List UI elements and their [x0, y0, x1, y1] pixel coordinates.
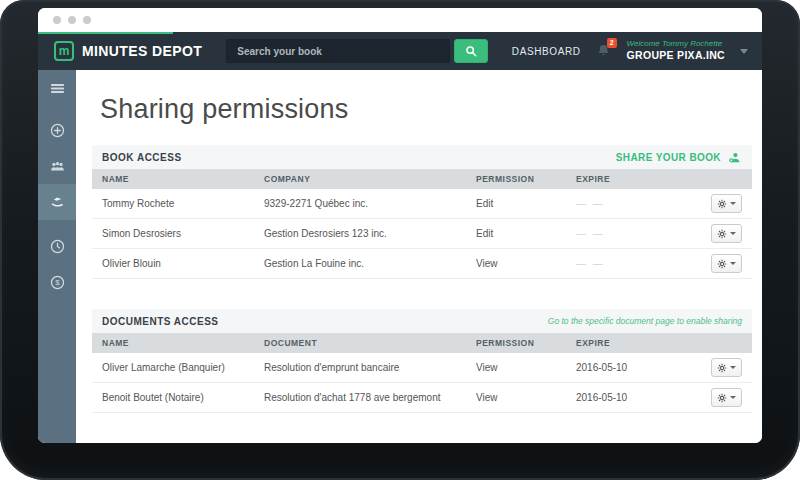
row-settings-button[interactable] [711, 224, 742, 243]
cell-name: Simon Desrosiers [102, 228, 264, 239]
column-header: EXPIRE [576, 174, 696, 184]
cell-expire: — — [576, 228, 696, 239]
column-header: DOCUMENT [264, 338, 476, 348]
documents-access-bar: DOCUMENTS ACCESS Go to the specific docu… [92, 309, 752, 333]
cell-expire: 2016-05-10 [576, 392, 696, 403]
app-window: m MINUTES DEPOT DASHBOARD [38, 8, 762, 443]
notification-badge: 2 [607, 38, 617, 48]
book-access-heading: BOOK ACCESS [102, 152, 182, 163]
row-settings-button[interactable] [711, 388, 742, 407]
search-icon [464, 44, 478, 58]
cell-permission: Edit [476, 228, 576, 239]
gear-icon [717, 259, 727, 269]
book-access-bar: BOOK ACCESS SHARE YOUR BOOK [92, 145, 752, 169]
row-settings-button[interactable] [711, 254, 742, 273]
caret-down-icon [730, 202, 736, 205]
gear-icon [717, 393, 727, 403]
window-dot [83, 16, 91, 24]
notifications-button[interactable]: 2 [596, 43, 612, 59]
svg-text:$: $ [55, 278, 60, 287]
column-header: NAME [102, 174, 264, 184]
search-bar [226, 39, 488, 63]
table-row: Tommy Rochete 9329-2271 Québec inc. Edit… [92, 189, 752, 219]
row-settings-button[interactable] [711, 194, 742, 213]
welcome-text: Welcome Tommy Rochette [627, 39, 725, 49]
dollar-circle-icon: $ [49, 274, 66, 291]
gear-icon [717, 229, 727, 239]
window-dot [68, 16, 76, 24]
cell-expire: 2016-05-10 [576, 362, 696, 373]
column-header: PERMISSION [476, 174, 576, 184]
hand-share-icon [49, 194, 66, 211]
dashboard-link[interactable]: DASHBOARD [512, 46, 581, 57]
sidebar-item-menu[interactable] [38, 70, 76, 106]
cell-document: Resolution d'emprunt bancaire [264, 362, 476, 373]
table-row: Olivier Blouin Gestion La Fouine inc. Vi… [92, 249, 752, 279]
cell-permission: Edit [476, 198, 576, 209]
cell-company: Gestion La Fouine inc. [264, 258, 476, 269]
cell-name: Olivier Blouin [102, 258, 264, 269]
cell-permission: View [476, 392, 576, 403]
share-your-book-button[interactable]: SHARE YOUR BOOK [616, 150, 742, 165]
sidebar-item-history[interactable] [38, 228, 76, 264]
cell-expire: — — [576, 258, 696, 269]
window-dot [53, 16, 61, 24]
caret-down-icon [730, 262, 736, 265]
progress-bar [38, 32, 173, 34]
gear-icon [717, 363, 727, 373]
cell-name: Oliver Lamarche (Banquier) [102, 362, 264, 373]
cell-permission: View [476, 258, 576, 269]
caret-down-icon [730, 396, 736, 399]
table-row: Simon Desrosiers Gestion Desrosiers 123 … [92, 219, 752, 249]
sidebar-item-billing[interactable]: $ [38, 264, 76, 300]
document-page-link[interactable]: Go to the specific document page to enab… [548, 316, 742, 326]
column-header: PERMISSION [476, 338, 576, 348]
row-settings-button[interactable] [711, 358, 742, 377]
page-title: Sharing permissions [100, 94, 752, 125]
cell-document: Resolution d'achat 1778 ave bergemont [264, 392, 476, 403]
table-row: Oliver Lamarche (Banquier) Resolution d'… [92, 353, 752, 383]
documents-access-heading: DOCUMENTS ACCESS [102, 316, 219, 327]
cell-name: Tommy Rochete [102, 198, 264, 209]
search-button[interactable] [454, 39, 488, 63]
people-icon [49, 158, 66, 175]
app-header: m MINUTES DEPOT DASHBOARD [38, 32, 762, 70]
chevron-down-icon[interactable] [740, 49, 748, 54]
sidebar-item-add[interactable] [38, 112, 76, 148]
table-row: Benoit Boutet (Notaire) Resolution d'ach… [92, 383, 752, 413]
logo-text: MINUTES DEPOT [82, 43, 202, 59]
share-your-book-label: SHARE YOUR BOOK [616, 152, 721, 163]
window-titlebar [38, 8, 762, 32]
search-input[interactable] [226, 39, 450, 63]
book-access-section: BOOK ACCESS SHARE YOUR BOOK [92, 145, 752, 279]
caret-down-icon [730, 232, 736, 235]
caret-down-icon [730, 366, 736, 369]
person-add-icon [727, 150, 742, 165]
app-logo[interactable]: m MINUTES DEPOT [54, 41, 202, 61]
column-header: COMPANY [264, 174, 476, 184]
cell-name: Benoit Boutet (Notaire) [102, 392, 264, 403]
column-header: NAME [102, 338, 264, 348]
cell-company: Gestion Desrosiers 123 inc. [264, 228, 476, 239]
logo-icon: m [54, 41, 74, 61]
cell-permission: View [476, 362, 576, 373]
header-right: DASHBOARD 2 Welcome Tommy Rochette GROUP… [512, 39, 748, 62]
sidebar-item-sharing[interactable] [38, 184, 76, 220]
main-content: Sharing permissions BOOK ACCESS SHARE YO… [76, 70, 762, 443]
documents-table-header: NAME DOCUMENT PERMISSION EXPIRE [92, 333, 752, 353]
cell-expire: — — [576, 198, 696, 209]
gear-icon [717, 199, 727, 209]
plus-circle-icon [49, 122, 66, 139]
sidebar: $ [38, 70, 76, 443]
account-menu[interactable]: Welcome Tommy Rochette GROUPE PIXA.INC [627, 39, 725, 62]
account-name: GROUPE PIXA.INC [627, 49, 725, 62]
hamburger-icon [49, 80, 66, 97]
clock-icon [49, 238, 66, 255]
documents-access-section: DOCUMENTS ACCESS Go to the specific docu… [92, 309, 752, 413]
app-body: $ Sharing permissions BOOK ACCESS SHARE … [38, 70, 762, 443]
column-header: EXPIRE [576, 338, 696, 348]
book-table-header: NAME COMPANY PERMISSION EXPIRE [92, 169, 752, 189]
cell-company: 9329-2271 Québec inc. [264, 198, 476, 209]
sidebar-item-team[interactable] [38, 148, 76, 184]
